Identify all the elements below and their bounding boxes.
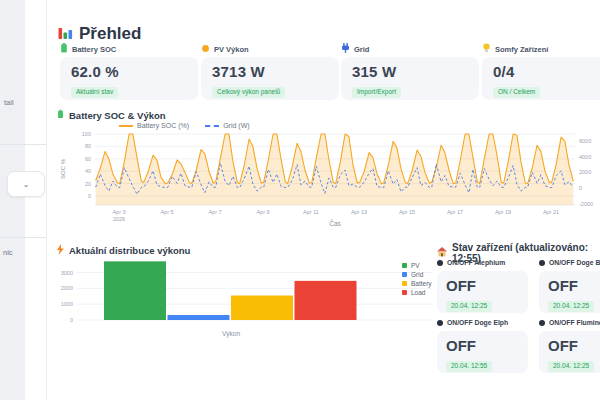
- sidebar-divider: [0, 237, 46, 238]
- metric-label: Battery SOC: [72, 45, 116, 54]
- svg-text:Apr 13: Apr 13: [351, 209, 367, 215]
- device-state: OFF: [548, 337, 600, 354]
- svg-text:Apr 17: Apr 17: [447, 209, 463, 215]
- device-state: OFF: [446, 277, 519, 294]
- metric-somfy: Somfy Zařízení 0/4 ON / Celkem: [482, 44, 600, 100]
- metric-card: 0/4 ON / Celkem: [482, 57, 600, 100]
- svg-text:100: 100: [82, 131, 91, 137]
- chevron-down-icon: ⌄: [23, 180, 30, 189]
- sidebar-item-fragment[interactable]: nic: [3, 248, 13, 257]
- sidebar: tail ⌄ nic: [0, 0, 47, 400]
- svg-text:0: 0: [579, 185, 582, 191]
- metric-badge: Import/Export: [352, 87, 401, 98]
- svg-text:Apr 19: Apr 19: [495, 209, 511, 215]
- metric-value: 315 W: [352, 63, 468, 80]
- device-doge-box: ON/OFF Doge Box OFF 20.04. 12:25: [539, 258, 600, 313]
- legend-label: Grid: [411, 271, 423, 278]
- plug-icon: [341, 43, 350, 55]
- device-timestamp-badge: 20.04. 12:25: [446, 301, 492, 312]
- metric-badge: Celkový výkon panelů: [212, 87, 285, 98]
- svg-text:80: 80: [85, 143, 91, 149]
- bulb-icon: [482, 43, 491, 55]
- svg-text:0: 0: [70, 317, 73, 323]
- soc-chart-title: Battery SOC & Výkon: [57, 109, 166, 121]
- plug-dot-icon: [539, 320, 545, 326]
- soc-chart-legend: Battery SOC (%) Grid (W): [119, 122, 250, 129]
- device-alephium: ON/OFF Alephium OFF 20.04. 12:25: [437, 258, 528, 313]
- bar-chart-icon: [58, 25, 73, 44]
- device-state: OFF: [446, 337, 519, 354]
- metric-badge: Aktuální stav: [71, 87, 118, 98]
- svg-text:-2000: -2000: [579, 201, 593, 207]
- device-state: OFF: [548, 277, 600, 294]
- legend-label: PV: [411, 262, 420, 269]
- svg-text:2026: 2026: [113, 216, 125, 222]
- svg-text:40: 40: [85, 168, 91, 174]
- svg-text:Apr 21: Apr 21: [543, 209, 559, 215]
- metric-grid: Grid 315 W Import/Export: [341, 44, 479, 100]
- metric-label: Grid: [354, 45, 369, 54]
- legend-swatch: [402, 290, 407, 295]
- plug-dot-icon: [437, 260, 443, 266]
- device-card[interactable]: OFF 20.04. 12:25: [437, 271, 528, 313]
- battery-icon: [57, 109, 64, 121]
- svg-text:Apr 3: Apr 3: [112, 209, 125, 215]
- svg-text:Výkon: Výkon: [222, 330, 240, 338]
- legend-grid[interactable]: Grid (W): [205, 122, 249, 129]
- legend-item-battery[interactable]: Battery: [402, 279, 432, 288]
- svg-text:Apr 15: Apr 15: [399, 209, 415, 215]
- svg-text:4000: 4000: [579, 154, 591, 160]
- svg-text:0: 0: [88, 193, 91, 199]
- metric-battery-soc: Battery SOC 62.0 % Aktuální stav: [60, 44, 198, 100]
- device-doge-elph: ON/OFF Doge Elph OFF 20.04. 12:55: [437, 318, 528, 373]
- metric-card: 3713 W Celkový výkon panelů: [201, 57, 339, 100]
- metric-badge: ON / Celkem: [493, 87, 540, 98]
- svg-text:SOC %: SOC %: [60, 158, 66, 179]
- metric-value: 62.0 %: [71, 63, 187, 80]
- sidebar-divider: [0, 144, 46, 145]
- device-card[interactable]: OFF 20.04. 12:25: [539, 271, 600, 313]
- distribution-legend: PVGridBatteryLoad: [402, 261, 432, 297]
- svg-text:Apr 7: Apr 7: [208, 209, 221, 215]
- legend-swatch: [402, 281, 407, 286]
- svg-text:Apr 11: Apr 11: [303, 209, 319, 215]
- svg-text:3000: 3000: [61, 270, 73, 276]
- battery-icon: [60, 43, 68, 55]
- svg-text:Apr 9: Apr 9: [256, 209, 269, 215]
- svg-text:Apr 5: Apr 5: [160, 209, 173, 215]
- legend-swatch: [402, 272, 407, 277]
- device-timestamp-badge: 20.04. 12:25: [548, 301, 594, 312]
- legend-item-load[interactable]: Load: [402, 288, 432, 297]
- sun-icon: [201, 44, 210, 55]
- metric-label: PV Výkon: [214, 45, 249, 54]
- legend-label: Battery: [411, 280, 432, 287]
- plug-dot-icon: [437, 320, 443, 326]
- legend-item-grid[interactable]: Grid: [402, 270, 432, 279]
- metric-label: Somfy Zařízení: [495, 45, 548, 54]
- soc-power-chart[interactable]: 020406080100-20000200040006000Apr 3Apr 5…: [55, 129, 599, 231]
- sidebar-select[interactable]: ⌄: [7, 171, 45, 197]
- metric-value: 3713 W: [212, 63, 328, 80]
- sidebar-item-detail[interactable]: tail: [4, 98, 14, 107]
- power-distribution-chart[interactable]: 0100020003000Výkon: [55, 256, 445, 344]
- device-fluminer: ON/OFF Fluminer OFF 20.04. 12:25: [539, 318, 600, 373]
- sidebar-rail: [0, 0, 25, 400]
- device-timestamp-badge: 20.04. 12:55: [446, 361, 492, 372]
- svg-text:2000: 2000: [61, 285, 73, 291]
- device-timestamp-badge: 20.04. 12:25: [548, 361, 594, 372]
- legend-swatch: [402, 263, 407, 268]
- page-title: Přehled: [79, 24, 141, 44]
- plug-dot-icon: [539, 260, 545, 266]
- svg-text:60: 60: [85, 156, 91, 162]
- svg-text:2000: 2000: [579, 169, 591, 175]
- legend-item-pv[interactable]: PV: [402, 261, 432, 270]
- svg-text:6000: 6000: [579, 138, 591, 144]
- blue-dashed-sample: [205, 125, 219, 127]
- legend-label: Load: [411, 289, 425, 296]
- device-card[interactable]: OFF 20.04. 12:55: [437, 331, 528, 373]
- svg-text:1000: 1000: [61, 301, 73, 307]
- metric-card: 315 W Import/Export: [341, 57, 479, 100]
- device-card[interactable]: OFF 20.04. 12:25: [539, 331, 600, 373]
- orange-line-sample: [119, 125, 133, 127]
- legend-battery-soc[interactable]: Battery SOC (%): [119, 122, 189, 129]
